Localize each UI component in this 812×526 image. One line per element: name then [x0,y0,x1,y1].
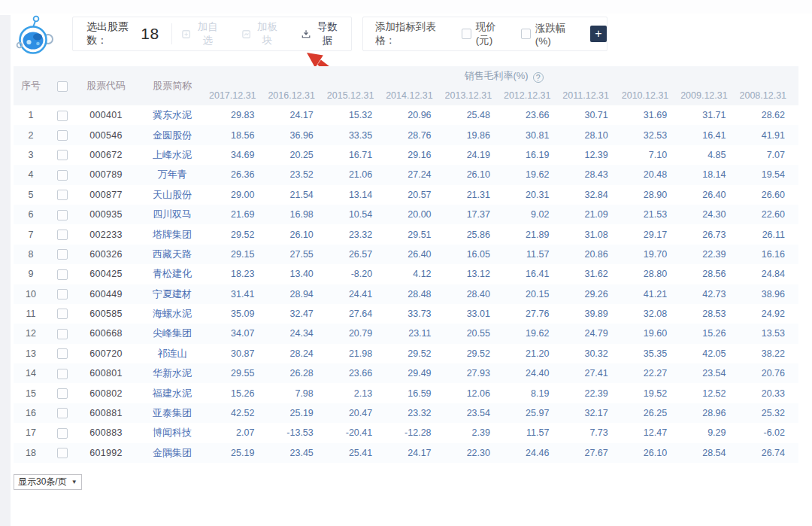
stock-name-cell: 塔牌集团 [135,224,209,244]
stock-name-cell: 福建水泥 [135,383,209,403]
row-checkbox[interactable] [57,249,68,260]
year-column-header[interactable]: 2011.12.31 [562,86,621,105]
stock-name-link[interactable]: 四川双马 [153,208,192,220]
stock-code: 600449 [77,284,135,304]
metric-value: 28.43 [562,165,621,184]
table-row: 11600585海螺水泥35.0932.4727.6433.7333.0127.… [14,304,798,324]
row-checkbox[interactable] [57,428,68,439]
stock-name-link[interactable]: 金圆股份 [153,129,192,141]
stock-name-link[interactable]: 西藏天路 [153,248,192,260]
year-column-header[interactable]: 2009.12.31 [680,86,739,105]
row-checkbox[interactable] [57,408,68,418]
page-size-select[interactable]: 显示30条/页 ▼ [14,474,82,490]
row-checkbox[interactable] [57,230,68,240]
stock-name-link[interactable]: 塔牌集团 [153,229,192,240]
metric-value: 25.19 [268,403,326,423]
metric-value: 26.28 [268,363,326,383]
metric-value: 31.71 [680,105,739,125]
stock-name-link[interactable]: 天山股份 [153,189,192,200]
row-checkbox[interactable] [57,388,68,399]
stock-name-link[interactable]: 福建水泥 [153,388,192,399]
row-checkbox[interactable] [57,269,68,280]
price-checkbox[interactable] [462,29,471,39]
row-checkbox[interactable] [57,369,68,379]
metric-value: 12.52 [680,383,739,403]
stock-name-cell: 祁连山 [135,344,209,363]
row-checkbox[interactable] [57,348,68,359]
row-checkbox[interactable] [57,111,68,121]
year-column-header[interactable]: 2013.12.31 [445,86,504,105]
table-row: 6000935四川双马21.6916.9810.5420.0017.379.02… [14,205,798,224]
metric-value: 29.17 [622,224,680,244]
row-checkbox[interactable] [57,448,68,458]
metric-value: 7.10 [622,145,680,165]
select-all-checkbox[interactable] [57,81,68,92]
stock-name-link[interactable]: 亚泰集团 [153,407,192,418]
column-header-name[interactable]: 股票简称 [135,66,209,105]
metric-value: 41.91 [740,125,798,144]
metric-value: 26.36 [209,165,268,184]
row-checkbox[interactable] [57,289,68,299]
year-column-header[interactable]: 2015.12.31 [327,86,386,105]
add-indicator-button[interactable]: + [590,26,607,42]
metric-value: 32.47 [268,304,326,324]
row-index: 1 [14,105,48,125]
metric-value: 27.64 [327,304,386,324]
stock-name-link[interactable]: 宁夏建材 [153,288,192,299]
metric-value: 29.26 [562,284,621,304]
stock-name-cell: 金隅集团 [135,443,209,463]
actions-panel: 选出股票数： 18 加自选 加板块 导数据 [72,17,352,51]
stock-name-link[interactable]: 上峰水泥 [153,149,192,160]
metric-value: 16.16 [740,245,798,264]
metric-value: 15.26 [680,324,739,343]
stock-name-cell: 宁夏建材 [135,284,209,304]
stock-name-link[interactable]: 金隅集团 [153,447,192,458]
row-checkbox[interactable] [57,309,68,319]
row-index: 16 [14,403,48,423]
year-column-header[interactable]: 2014.12.31 [386,86,444,105]
year-column-header[interactable]: 2016.12.31 [268,86,326,105]
stock-name-link[interactable]: 青松建化 [153,268,192,279]
metric-group-header: 销售毛利率(%)? [209,66,798,86]
metric-value: 20.76 [740,363,798,383]
row-checkbox[interactable] [57,210,68,220]
column-header-code[interactable]: 股票代码 [77,66,135,105]
stock-name-link[interactable]: 华新水泥 [153,367,192,379]
metric-value: 26.10 [445,165,504,184]
stock-name-link[interactable]: 冀东水泥 [153,109,192,120]
year-column-header[interactable]: 2017.12.31 [209,86,268,105]
export-data-button[interactable]: 导数据 [291,17,351,50]
row-checkbox[interactable] [57,170,68,181]
row-checkbox[interactable] [57,150,68,160]
year-column-header[interactable]: 2008.12.31 [740,86,798,105]
metric-value: 22.30 [445,443,504,463]
stock-name-link[interactable]: 博闻科技 [153,427,192,438]
add-watchlist-icon [182,29,190,39]
metric-value: 26.73 [680,224,739,244]
metric-value: 28.54 [680,443,739,463]
stock-name-link[interactable]: 海螺水泥 [153,308,192,319]
metric-value: 29.51 [386,224,444,244]
row-checkbox-cell [48,324,77,343]
stock-name-link[interactable]: 万年青 [158,169,187,180]
year-column-header[interactable]: 2010.12.31 [622,86,680,105]
table-row: 9600425青松建化18.2313.40-8.204.1213.1216.41… [14,264,798,284]
stock-name-link[interactable]: 祁连山 [158,348,187,359]
help-icon[interactable]: ? [533,72,544,83]
metric-group-label: 销售毛利率(%) [464,70,528,81]
metric-value: 25.32 [740,403,798,423]
row-checkbox[interactable] [57,329,68,339]
table-row: 12600668尖峰集团34.0724.3420.7923.1120.5519.… [14,324,798,343]
metric-value: 23.54 [680,363,739,383]
year-column-header[interactable]: 2012.12.31 [504,86,562,105]
metric-value: 21.09 [562,205,621,224]
row-index: 18 [14,443,48,463]
change-checkbox[interactable] [521,29,531,39]
row-checkbox[interactable] [57,130,68,141]
row-checkbox-cell [48,363,77,383]
row-checkbox[interactable] [57,190,68,200]
stock-name-link[interactable]: 尖峰集团 [153,327,192,339]
metric-value: 11.57 [504,245,562,264]
toolbar: 选出股票数： 18 加自选 加板块 导数据 添 [0,11,812,56]
metric-value: 30.81 [504,125,562,144]
